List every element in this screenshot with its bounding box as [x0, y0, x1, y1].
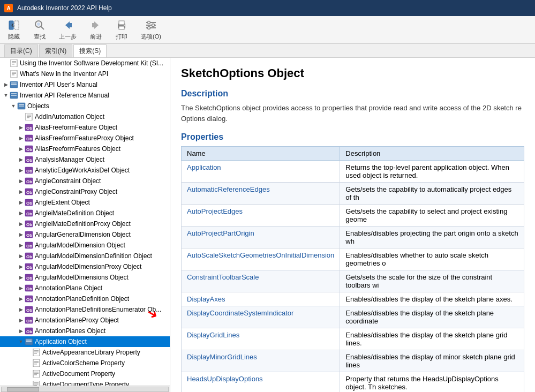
tree-item[interactable]: ▶ObAngleiMateDefinition Object: [0, 208, 170, 218]
tree-item[interactable]: ▶ObAngularModelDimension Object: [0, 240, 170, 251]
tree-item[interactable]: ActiveDocument Property: [0, 368, 170, 379]
tree-item[interactable]: ActiveColorScheme Property: [0, 358, 170, 368]
tree-item[interactable]: ▶ObAngularModelDimensions Object: [0, 272, 170, 283]
tree-item-label: AnalysisManager Object: [35, 155, 104, 164]
tree-item-label: AnnotationPlaneProxy Object: [35, 315, 119, 325]
svg-rect-92: [34, 364, 37, 365]
prop-name-link[interactable]: AutoProjectPartOrigin: [187, 229, 254, 237]
tree-item[interactable]: ▶ObAnnotationPlaneDefinitionsEnumerator …: [0, 304, 170, 315]
tree-item-label: Application Object: [35, 337, 87, 346]
sidebar-hscroll[interactable]: [0, 386, 170, 392]
content-area[interactable]: SketchOptions Object Description The Ske…: [170, 58, 535, 392]
tree-item[interactable]: AddInAutomation Object: [0, 111, 170, 122]
svg-rect-39: [27, 115, 31, 116]
prop-name-link[interactable]: Application: [187, 163, 221, 171]
expand-icon[interactable]: ▶: [17, 306, 25, 313]
expand-icon[interactable]: ▶: [17, 295, 25, 303]
tree-item[interactable]: ▼Application Object: [0, 336, 170, 347]
expand-icon[interactable]: ▶: [17, 231, 25, 238]
tree-item[interactable]: ▶ObAngleiMateDefinitionProxy Object: [0, 218, 170, 229]
expand-icon[interactable]: ▶: [17, 220, 25, 228]
tree-item[interactable]: ▶ObAngularModelDimensionDefinition Objec…: [0, 251, 170, 261]
expand-icon[interactable]: ▶: [17, 199, 25, 206]
tab-search[interactable]: 搜索(S): [73, 44, 107, 57]
expand-icon[interactable]: ▼: [10, 102, 17, 110]
tree-item[interactable]: ▶ObAngleConstraintProxy Object: [0, 186, 170, 197]
print-button[interactable]: 打印: [112, 18, 131, 42]
tree-item[interactable]: ▶ObAliasFreeformFeatures Object: [0, 144, 170, 154]
prop-name-link[interactable]: DisplayCoordinateSystemIndicator: [187, 309, 293, 317]
properties-table: Name Description ApplicationReturns the …: [181, 146, 524, 392]
expand-icon[interactable]: ▶: [17, 188, 25, 195]
tree-item[interactable]: ▶ObAnnotationPlane Object: [0, 283, 170, 293]
tree-item[interactable]: ActiveDocumentType Property: [0, 379, 170, 386]
tree-item[interactable]: What's New in the Inventor API: [0, 69, 170, 79]
svg-rect-41: [27, 117, 29, 118]
expand-icon[interactable]: ▼: [2, 92, 10, 99]
tree-item-icon: [32, 380, 41, 386]
prop-name-link[interactable]: ConstraintToolbarScale: [187, 273, 259, 281]
prop-name-link[interactable]: AutomaticReferenceEdges: [187, 185, 270, 193]
prop-name-link[interactable]: HeadsUpDisplayOptions: [187, 375, 263, 383]
expand-icon[interactable]: ▶: [17, 274, 25, 281]
find-button[interactable]: 查找: [30, 18, 49, 42]
find-icon: [33, 19, 46, 32]
expand-icon: [25, 359, 32, 367]
tree-item[interactable]: ▶ObAnnotationPlaneProxy Object: [0, 315, 170, 326]
options-button[interactable]: 选项(O): [138, 18, 164, 42]
tree-item[interactable]: Using the Inventor Software Development …: [0, 58, 170, 69]
tree-item[interactable]: ▼Objects: [0, 101, 170, 111]
expand-icon[interactable]: ▶: [2, 81, 10, 88]
tree-item[interactable]: ActiveAppearanceLibrary Property: [0, 347, 170, 358]
hide-label: 隐藏: [8, 33, 20, 41]
tree-item-label: AliasFreeformFeatures Object: [35, 144, 120, 154]
expand-icon[interactable]: ▶: [17, 134, 25, 142]
expand-icon[interactable]: ▶: [17, 252, 25, 260]
expand-icon[interactable]: ▶: [17, 156, 25, 163]
prop-desc-cell: Gets/sets the scale for the size of the …: [340, 270, 524, 292]
prop-name-link[interactable]: AutoProjectEdges: [187, 207, 243, 215]
tree-item-icon: [10, 80, 18, 89]
tree-item[interactable]: ▶ObAnalysisManager Object: [0, 154, 170, 165]
prop-name-link[interactable]: DisplayAxes: [187, 295, 225, 303]
expand-icon[interactable]: ▶: [17, 145, 25, 153]
tree-item[interactable]: ▶ObAngleConstraint Object: [0, 176, 170, 186]
tree-item[interactable]: ▼Inventor API Reference Manual: [0, 90, 170, 101]
prop-name-link[interactable]: DisplayGridLines: [187, 331, 239, 339]
tab-contents[interactable]: 目录(C): [4, 44, 38, 57]
tree-item[interactable]: ▶ObAnalyticEdgeWorkAxisDef Object: [0, 165, 170, 176]
tree-item[interactable]: ▶ObAnnotationPlaneDefinition Object: [0, 293, 170, 304]
hscroll-track: [1, 387, 169, 392]
tree-item[interactable]: ▶ObAngularModelDimensionProxy Object: [0, 261, 170, 272]
prop-desc-cell: Enables/disables the display of minor sk…: [340, 350, 524, 372]
expand-icon[interactable]: ▶: [17, 177, 25, 185]
expand-icon[interactable]: ▶: [17, 209, 25, 217]
prop-name-link[interactable]: AutoScaleSketchGeometriesOnInitialDimens…: [187, 251, 334, 259]
tree-item-label: AngleiMateDefinitionProxy Object: [35, 219, 131, 229]
svg-rect-28: [12, 74, 14, 76]
expand-icon[interactable]: ▶: [17, 124, 25, 131]
table-row: ConstraintToolbarScaleGets/sets the scal…: [182, 270, 524, 292]
svg-rect-22: [12, 61, 16, 62]
expand-icon[interactable]: ▶: [17, 242, 25, 249]
hide-button[interactable]: 隐藏: [4, 18, 24, 42]
tree-item[interactable]: ▶ObAngularGeneralDimension Object: [0, 229, 170, 240]
expand-icon[interactable]: ▼: [17, 338, 25, 345]
expand-icon[interactable]: ▶: [17, 327, 25, 335]
expand-icon[interactable]: ▶: [17, 284, 25, 292]
svg-rect-88: [34, 353, 37, 354]
tab-index[interactable]: 索引(N): [39, 44, 73, 57]
back-button[interactable]: 上一步: [56, 18, 80, 42]
expand-icon[interactable]: ▶: [17, 316, 25, 324]
tree-item[interactable]: ▶ObAngleExtent Object: [0, 197, 170, 208]
tree-item[interactable]: ▶ObAliasFreeformFeatureProxy Object: [0, 133, 170, 144]
tree-item[interactable]: ▶ObAliasFreeformFeature Object: [0, 122, 170, 133]
tree-item[interactable]: ▶Inventor API User's Manual: [0, 79, 170, 90]
tree-item[interactable]: ▶ObAnnotationPlanes Object: [0, 326, 170, 336]
expand-icon[interactable]: ▶: [17, 167, 25, 174]
sidebar-scroll[interactable]: Using the Inventor Software Development …: [0, 58, 170, 386]
forward-button[interactable]: 前进: [86, 18, 106, 42]
svg-rect-10: [92, 23, 94, 27]
expand-icon[interactable]: ▶: [17, 263, 25, 270]
prop-name-link[interactable]: DisplayMinorGridLines: [187, 353, 257, 361]
